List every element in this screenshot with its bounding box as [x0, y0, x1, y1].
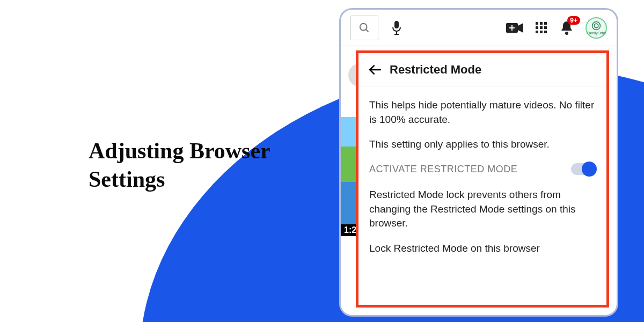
search-button[interactable] [350, 16, 378, 40]
panel-header: Restricted Mode [358, 53, 606, 86]
svg-line-1 [366, 29, 369, 32]
panel-description-2: This setting only applies to this browse… [369, 137, 596, 152]
svg-rect-16 [540, 31, 543, 33]
lock-description: Restricted Mode lock prevents others fro… [369, 188, 596, 231]
restricted-mode-toggle[interactable] [571, 163, 596, 175]
page-title: Adjusting BrowserSettings [89, 137, 270, 193]
toggle-knob [582, 162, 597, 177]
svg-marker-6 [518, 23, 523, 33]
svg-rect-10 [540, 22, 543, 25]
camera-plus-icon [506, 22, 523, 34]
device-frame: 9+ FamilyOrbit N 1:2 Restricted Mode Thi… [339, 8, 618, 317]
svg-rect-15 [536, 31, 538, 33]
back-button[interactable] [368, 63, 382, 77]
svg-rect-12 [536, 26, 538, 29]
search-icon [358, 22, 370, 34]
panel-title: Restricted Mode [390, 63, 481, 77]
panel-description-1: This helps hide potentially mature video… [369, 98, 596, 127]
notification-badge: 9+ [567, 16, 580, 25]
svg-rect-17 [544, 31, 547, 33]
lock-restricted-mode-link[interactable]: Lock Restricted Mode on this browser [369, 241, 596, 256]
svg-point-19 [592, 21, 601, 30]
avatar[interactable]: FamilyOrbit [586, 17, 607, 39]
restricted-mode-panel: Restricted Mode This helps hide potentia… [356, 50, 609, 308]
voice-search-button[interactable] [390, 20, 403, 36]
svg-rect-14 [544, 26, 547, 29]
microphone-icon [390, 20, 403, 36]
svg-point-20 [594, 24, 598, 28]
avatar-icon [591, 21, 601, 31]
avatar-label: FamilyOrbit [587, 31, 606, 35]
svg-rect-2 [394, 21, 399, 28]
activate-label: ACTIVATE RESTRICTED MODE [369, 163, 517, 176]
create-button[interactable] [506, 22, 523, 34]
notifications-button[interactable]: 9+ [560, 20, 574, 35]
apps-button[interactable] [535, 21, 548, 34]
grid-icon [535, 21, 548, 34]
svg-point-0 [360, 23, 367, 30]
svg-point-18 [565, 32, 568, 35]
svg-rect-13 [540, 26, 543, 29]
svg-rect-11 [544, 22, 547, 25]
svg-rect-9 [536, 22, 538, 25]
topbar: 9+ FamilyOrbit [341, 10, 617, 46]
arrow-left-icon [368, 63, 382, 77]
